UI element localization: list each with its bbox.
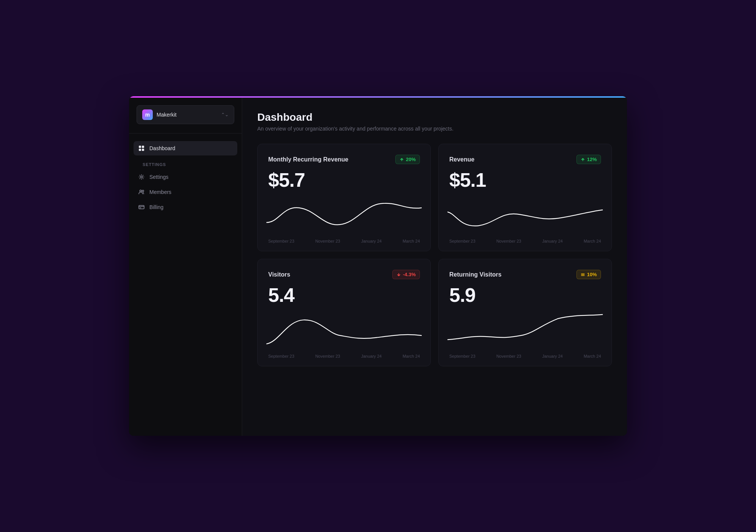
chart-visitors <box>267 312 421 350</box>
metric-card-visitors: Visitors -4.3% 5.4 September 23 <box>257 259 431 366</box>
metric-card-returning: Returning Visitors 10% 5.9 September <box>438 259 612 366</box>
metric-badge-returning: 10% <box>576 270 601 279</box>
org-name: Makerkit <box>157 112 217 118</box>
sidebar: m Makerkit ⌃⌄ Dashboard <box>129 96 242 436</box>
chart-label-mar24-mrr: March 24 <box>403 239 420 243</box>
chart-label-nov23-mrr: November 23 <box>315 239 340 243</box>
metric-title-mrr: Monthly Recurring Revenue <box>268 156 348 163</box>
page-title: Dashboard <box>257 111 612 123</box>
metric-card-revenue: Revenue 12% $5.1 September 23 <box>438 144 612 251</box>
metric-badge-revenue: 12% <box>576 155 601 164</box>
sidebar-nav: Dashboard SETTINGS Settings <box>129 134 242 436</box>
metric-title-returning: Returning Visitors <box>449 271 501 278</box>
svg-rect-7 <box>139 206 144 209</box>
metric-card-mrr: Monthly Recurring Revenue 20% $5.7 S <box>257 144 431 251</box>
metrics-grid: Monthly Recurring Revenue 20% $5.7 S <box>257 144 612 366</box>
chart-label-mar24-vis: March 24 <box>403 354 420 358</box>
gear-icon <box>138 174 145 180</box>
chart-labels-returning: September 23 November 23 January 24 Marc… <box>449 354 601 358</box>
chart-label-jan24-mrr: January 24 <box>361 239 381 243</box>
metric-value-returning: 5.9 <box>449 285 601 305</box>
app-window: m Makerkit ⌃⌄ Dashboard <box>129 96 627 436</box>
arrow-up-icon <box>581 157 585 162</box>
sidebar-item-members[interactable]: Members <box>134 185 237 199</box>
sidebar-item-billing[interactable]: Billing <box>134 200 237 214</box>
chart-labels-mrr: September 23 November 23 January 24 Marc… <box>268 239 420 243</box>
chart-label-sep23-rev: September 23 <box>449 239 475 243</box>
metric-value-revenue: $5.1 <box>449 170 601 190</box>
svg-point-4 <box>141 176 143 178</box>
sidebar-item-members-label: Members <box>149 189 171 195</box>
sidebar-item-billing-label: Billing <box>149 204 163 210</box>
svg-rect-0 <box>139 146 141 148</box>
svg-rect-1 <box>142 146 144 148</box>
metric-value-visitors: 5.4 <box>268 285 420 305</box>
chart-label-jan24-rev: January 24 <box>542 239 562 243</box>
chart-label-mar24-rev: March 24 <box>584 239 601 243</box>
arrow-up-icon <box>400 157 404 162</box>
users-icon <box>138 189 145 195</box>
metric-badge-text-revenue: 12% <box>587 157 597 162</box>
sidebar-item-dashboard-label: Dashboard <box>149 145 175 151</box>
menu-icon <box>581 272 585 277</box>
metric-badge-text-returning: 10% <box>587 272 597 277</box>
settings-section-label: SETTINGS <box>134 156 237 170</box>
chart-labels-revenue: September 23 November 23 January 24 Marc… <box>449 239 601 243</box>
chart-label-sep23-ret: September 23 <box>449 354 475 358</box>
metric-header-visitors: Visitors -4.3% <box>268 270 420 279</box>
chart-label-jan24-vis: January 24 <box>361 354 381 358</box>
chart-label-jan24-ret: January 24 <box>542 354 562 358</box>
org-logo: m <box>142 109 153 120</box>
sidebar-item-dashboard[interactable]: Dashboard <box>134 141 237 155</box>
main-content: Dashboard An overview of your organizati… <box>242 96 627 436</box>
svg-rect-2 <box>139 149 141 151</box>
chart-revenue <box>448 197 602 235</box>
metric-title-revenue: Revenue <box>449 156 475 163</box>
metric-header-mrr: Monthly Recurring Revenue 20% <box>268 155 420 164</box>
metric-title-visitors: Visitors <box>268 271 290 278</box>
chart-label-sep23-mrr: September 23 <box>268 239 294 243</box>
credit-card-icon <box>138 204 145 211</box>
svg-point-5 <box>140 190 142 192</box>
metric-value-mrr: $5.7 <box>268 170 420 190</box>
grid-icon <box>138 145 145 152</box>
chart-label-sep23-vis: September 23 <box>268 354 294 358</box>
chart-label-nov23-ret: November 23 <box>496 354 521 358</box>
page-header: Dashboard An overview of your organizati… <box>257 111 612 132</box>
chart-label-nov23-rev: November 23 <box>496 239 521 243</box>
chevron-updown-icon: ⌃⌄ <box>221 112 229 117</box>
sidebar-item-settings-label: Settings <box>149 174 169 180</box>
sidebar-item-settings[interactable]: Settings <box>134 170 237 184</box>
org-selector[interactable]: m Makerkit ⌃⌄ <box>137 105 234 124</box>
metric-header-returning: Returning Visitors 10% <box>449 270 601 279</box>
metric-badge-text-visitors: -4.3% <box>403 272 416 277</box>
metric-badge-text-mrr: 20% <box>406 157 416 162</box>
svg-point-6 <box>142 190 144 192</box>
arrow-down-icon <box>396 272 401 277</box>
svg-rect-3 <box>142 149 144 151</box>
chart-labels-visitors: September 23 November 23 January 24 Marc… <box>268 354 420 358</box>
chart-mrr <box>267 197 421 235</box>
metric-header-revenue: Revenue 12% <box>449 155 601 164</box>
sidebar-header: m Makerkit ⌃⌄ <box>129 96 242 134</box>
chart-label-nov23-vis: November 23 <box>315 354 340 358</box>
metric-badge-mrr: 20% <box>395 155 420 164</box>
svg-rect-8 <box>140 208 141 208</box>
page-subtitle: An overview of your organization's activ… <box>257 126 612 132</box>
chart-label-mar24-ret: March 24 <box>584 354 601 358</box>
metric-badge-visitors: -4.3% <box>392 270 420 279</box>
chart-returning <box>448 312 602 350</box>
